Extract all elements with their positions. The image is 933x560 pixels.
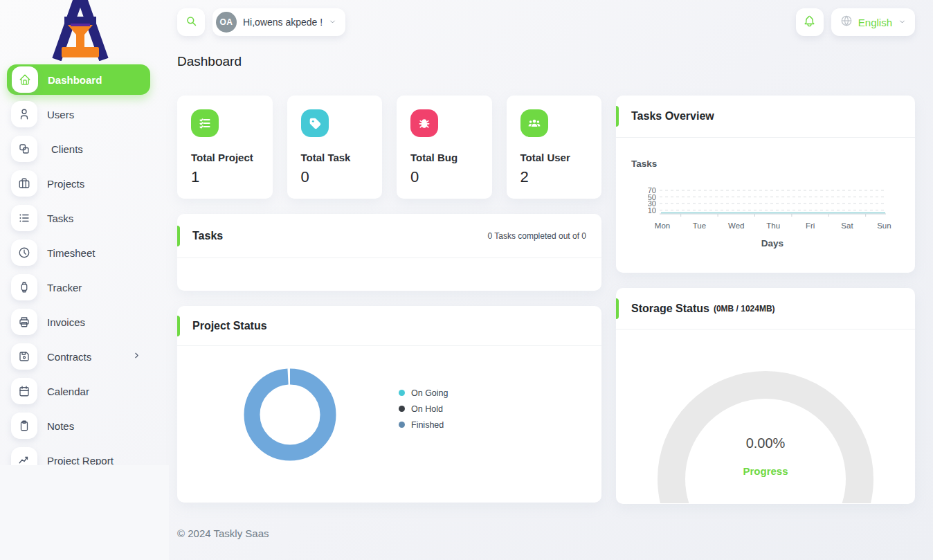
- sidebar-item-label: Invoices: [47, 316, 85, 328]
- legend-label: Finished: [411, 420, 444, 430]
- svg-text:Mon: Mon: [655, 222, 670, 230]
- language-selector[interactable]: English: [831, 8, 915, 36]
- sidebar-menu: Dashboard Users Clients Projects: [0, 61, 161, 465]
- chevron-right-icon: [132, 350, 141, 363]
- clock-icon: [11, 240, 37, 266]
- sidebar-item-label: Projects: [47, 178, 84, 190]
- storage-status-header: Storage Status (0MB / 1024MB): [616, 288, 915, 329]
- project-status-card: Project Status On Going: [177, 306, 601, 503]
- legend-label: On Hold: [411, 404, 443, 414]
- svg-text:Sun: Sun: [877, 222, 891, 230]
- sidebar-item-label: Timesheet: [47, 247, 95, 259]
- chevron-down-icon: [329, 16, 336, 28]
- user-greeting: Hi,owens akpede !: [243, 17, 323, 28]
- active-menu-pill: Dashboard: [7, 64, 150, 95]
- svg-text:Sat: Sat: [841, 222, 853, 230]
- legend-item-on-hold: On Hold: [399, 401, 449, 417]
- card-title: Project Status: [192, 320, 267, 332]
- clipboard-icon: [11, 413, 37, 439]
- svg-text:Days: Days: [761, 238, 783, 249]
- tasks-card-body: [177, 258, 601, 291]
- stat-card-total-task: Total Task 0: [287, 96, 383, 199]
- sidebar-item-contracts[interactable]: Contracts: [0, 339, 161, 374]
- legend-item-finished: Finished: [399, 417, 449, 433]
- sidebar: Dashboard Users Clients Projects: [0, 0, 161, 465]
- sidebar-item-calendar[interactable]: Calendar: [0, 374, 161, 408]
- taskly-logo-icon: [44, 0, 116, 61]
- user-menu[interactable]: OA Hi,owens akpede !: [212, 8, 345, 36]
- gauge-percent: 0.00%: [616, 435, 915, 451]
- bell-icon: [803, 15, 816, 30]
- legend-label: On Going: [411, 388, 449, 398]
- tasks-overview-header: Tasks Overview: [616, 96, 915, 138]
- project-status-body: On Going On Hold Finished: [177, 346, 601, 463]
- tasks-summary: 0 Tasks completed out of 0: [487, 231, 586, 241]
- search-icon: [185, 15, 198, 30]
- notifications-button[interactable]: [796, 8, 824, 36]
- legend-dot: [399, 390, 405, 396]
- svg-text:Wed: Wed: [728, 222, 744, 230]
- sidebar-item-tracker[interactable]: Tracker: [0, 270, 161, 305]
- project-status-header: Project Status: [177, 306, 601, 346]
- svg-text:10: 10: [648, 206, 656, 215]
- tasks-overview-chart: Tasks 70 50 30 10: [616, 138, 915, 275]
- users-group-icon: [520, 109, 548, 137]
- sidebar-item-project-report[interactable]: Project Report: [0, 443, 161, 465]
- bug-icon: [410, 109, 438, 137]
- sidebar-item-clients[interactable]: Clients: [0, 132, 161, 166]
- svg-text:Fri: Fri: [806, 222, 815, 230]
- stat-label: Total User: [520, 152, 588, 163]
- topbar: OA Hi,owens akpede ! English: [177, 8, 915, 36]
- storage-usage: (0MB / 1024MB): [714, 304, 775, 314]
- list-check-icon: [191, 109, 219, 137]
- tasks-card-header: Tasks 0 Tasks completed out of 0: [177, 214, 601, 258]
- stat-label: Total Project: [191, 152, 259, 163]
- main-content: OA Hi,owens akpede ! English: [161, 0, 933, 560]
- legend-item-on-going: On Going: [399, 385, 449, 401]
- right-column: Tasks Overview Tasks 70 50 30 10: [616, 96, 915, 504]
- floppy-icon: [11, 343, 37, 370]
- sidebar-item-label: Users: [47, 109, 74, 120]
- sidebar-item-label: Project Report: [47, 455, 114, 466]
- watch-icon: [11, 274, 37, 300]
- tag-icon: [301, 109, 329, 137]
- page-title: Dashboard: [177, 54, 915, 69]
- tasks-card: Tasks 0 Tasks completed out of 0: [177, 214, 601, 291]
- sidebar-item-projects[interactable]: Projects: [0, 166, 161, 201]
- storage-status-card: Storage Status (0MB / 1024MB) 0.00% Prog…: [616, 288, 915, 504]
- tasks-overview-card: Tasks Overview Tasks 70 50 30 10: [616, 96, 915, 273]
- chevron-down-icon: [898, 16, 906, 28]
- clients-icon: [11, 136, 37, 162]
- sidebar-item-tasks[interactable]: Tasks: [0, 201, 161, 235]
- home-icon: [12, 66, 38, 93]
- legend-dot: [399, 422, 405, 428]
- svg-text:Tasks: Tasks: [631, 159, 657, 169]
- printer-icon: [11, 309, 37, 335]
- sidebar-item-dashboard[interactable]: Dashboard: [0, 62, 161, 97]
- sidebar-item-invoices[interactable]: Invoices: [0, 305, 161, 339]
- chart-icon: [11, 447, 37, 465]
- language-label: English: [858, 17, 892, 28]
- card-title: Tasks Overview: [631, 110, 714, 123]
- stat-value: 0: [410, 168, 478, 186]
- stat-card-total-user: Total User 2: [507, 96, 602, 199]
- sidebar-item-timesheet[interactable]: Timesheet: [0, 235, 161, 270]
- sidebar-item-label: Tasks: [47, 213, 73, 224]
- card-title: Tasks: [192, 230, 223, 242]
- project-status-donut-chart: [242, 366, 338, 463]
- svg-text:Tue: Tue: [693, 222, 706, 230]
- sidebar-bottom-fade: [0, 465, 169, 560]
- sidebar-item-label: Clients: [51, 143, 83, 155]
- dashboard-columns: Total Project 1 Total Task 0: [177, 96, 915, 504]
- user-icon: [11, 101, 37, 127]
- briefcase-icon: [11, 170, 37, 197]
- sidebar-item-users[interactable]: Users: [0, 97, 161, 132]
- sidebar-item-notes[interactable]: Notes: [0, 408, 161, 443]
- svg-text:Thu: Thu: [766, 222, 780, 230]
- stats-row: Total Project 1 Total Task 0: [177, 96, 601, 199]
- stat-value: 0: [301, 168, 369, 186]
- sidebar-item-label: Tracker: [47, 282, 82, 293]
- avatar: OA: [216, 12, 237, 33]
- app-logo[interactable]: [0, 0, 161, 61]
- search-button[interactable]: [177, 8, 205, 36]
